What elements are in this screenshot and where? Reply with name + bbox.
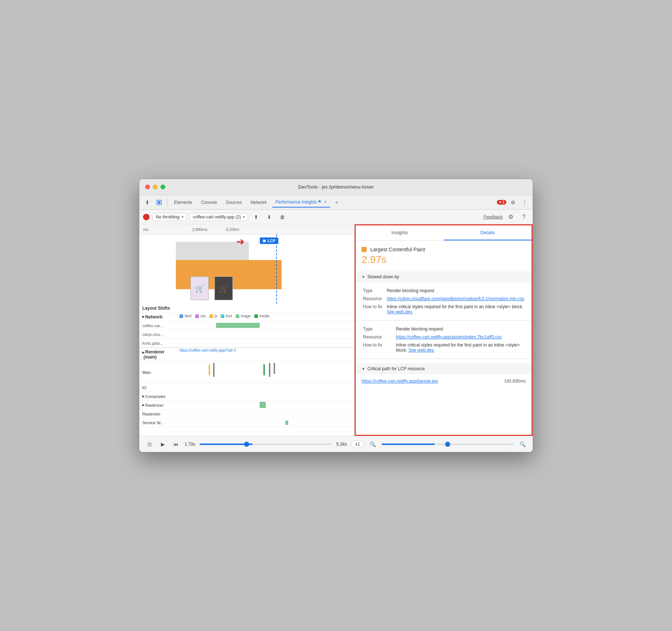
thumbnail-2: 🛒 bbox=[215, 276, 233, 300]
more-options-icon[interactable]: ⋮ bbox=[520, 197, 530, 208]
panel-settings-icon[interactable]: ⚙ bbox=[506, 212, 516, 222]
skip-start-icon[interactable]: ⏮ bbox=[171, 440, 180, 449]
close-button[interactable] bbox=[145, 185, 150, 189]
resource-link-1[interactable]: https://cdnjs.cloudflare.com/ajax/libs/n… bbox=[387, 296, 524, 301]
throttling-dropdown[interactable]: No throttling ▾ bbox=[152, 213, 187, 221]
howtofix-row-1: How to fix Inline critical styles requir… bbox=[362, 303, 526, 316]
tab-insights-panel[interactable]: Insights bbox=[356, 225, 444, 240]
type-label-2: Type bbox=[362, 325, 394, 333]
zoom-out-icon[interactable]: 🔍 bbox=[368, 440, 377, 449]
tab-elements[interactable]: Elements bbox=[170, 198, 196, 207]
tab-network[interactable]: Network bbox=[247, 198, 270, 207]
help-icon[interactable]: ? bbox=[519, 212, 529, 222]
resource-link-2[interactable]: https://coffee-cart.netlify.app/assets/i… bbox=[396, 334, 502, 340]
howtofix-value-2: Inline critical styles required for the … bbox=[394, 341, 526, 354]
rasterizer-bar bbox=[260, 402, 266, 408]
tab-close-icon[interactable]: ✕ bbox=[324, 200, 327, 204]
zoom-in-icon[interactable]: 🔍 bbox=[518, 440, 527, 449]
see-webdev-link-2[interactable]: See web.dev. bbox=[409, 348, 435, 353]
renderer-label: ▶Renderer (main) bbox=[139, 348, 179, 361]
legend-js: js bbox=[209, 314, 217, 318]
critical-path-link[interactable]: https://coffee-cart.netlify.app/banner.j… bbox=[362, 379, 438, 384]
main-row: Main bbox=[139, 361, 354, 383]
type-row-2: Type Render blocking request bbox=[362, 325, 526, 333]
feedback-button[interactable]: Feedback bbox=[483, 214, 503, 220]
record-button[interactable] bbox=[143, 214, 150, 220]
legend-css: css bbox=[195, 314, 206, 318]
info-table-2: Type Render blocking request Resource ht… bbox=[362, 325, 526, 354]
tab-bar: ⬆ Elements Console Sources Network Perfo… bbox=[139, 195, 533, 210]
legend-html: html bbox=[179, 314, 192, 318]
lcp-badge[interactable]: LCP bbox=[260, 237, 278, 244]
resource-row-1: Resource https://cdnjs.cloudflare.com/aj… bbox=[362, 295, 526, 303]
settings-icon[interactable]: ⚙ bbox=[508, 197, 518, 208]
rasterizer-2-label: Rasterizer bbox=[139, 410, 179, 418]
dropdown-arrow-icon: ▾ bbox=[243, 215, 245, 219]
delete-icon[interactable]: 🗑 bbox=[277, 212, 287, 222]
rasterizer-1-label: ▶Rasterizer bbox=[139, 401, 179, 409]
main-content bbox=[179, 361, 354, 383]
legend-media: media bbox=[254, 314, 269, 318]
separator bbox=[167, 199, 167, 206]
zoom-slider[interactable] bbox=[382, 444, 514, 445]
tab-performance-insights[interactable]: Performance insights ⚑ ✕ bbox=[272, 197, 331, 208]
tab-console[interactable]: Console bbox=[197, 198, 221, 207]
compositor-label: ▶Compositor bbox=[139, 392, 179, 400]
net-row-2-label: cdnjs.clou... bbox=[139, 330, 179, 338]
net-row-2-content bbox=[179, 330, 354, 338]
lcp-header: Largest Contentful Paint bbox=[362, 247, 526, 252]
howtofix-label-1: How to fix bbox=[362, 303, 385, 316]
subtoolbar: No throttling ▾ coffee-cart.netlify.app … bbox=[139, 210, 533, 224]
traffic-lights bbox=[145, 185, 165, 189]
net-row-1-label: coffee-car... bbox=[139, 321, 179, 330]
resource-row-2: Resource https://coffee-cart.netlify.app… bbox=[362, 333, 526, 341]
network-row-3: fonts.gsta... bbox=[139, 339, 354, 348]
critical-path-time: 145.695ms bbox=[504, 379, 526, 384]
error-badge[interactable]: ✕ 1 bbox=[497, 200, 506, 205]
compositor-row: ▶Compositor bbox=[139, 392, 354, 401]
maximize-button[interactable] bbox=[161, 185, 165, 189]
see-webdev-link-1[interactable]: See web.dev. bbox=[387, 309, 413, 314]
net-row-3-label: fonts.gsta... bbox=[139, 339, 179, 347]
inspect-icon[interactable] bbox=[154, 197, 164, 208]
download-icon[interactable]: ⬇ bbox=[264, 212, 274, 222]
title-bar: DevTools - jec.fyi/demo/menu-hover bbox=[139, 179, 533, 195]
thumbnail-area: 🛒 🛒 bbox=[190, 276, 233, 300]
minimize-button[interactable] bbox=[153, 185, 158, 189]
tab-sources[interactable]: Sources bbox=[222, 198, 246, 207]
timeline-header: ms 2,880ms 3,200m bbox=[139, 224, 354, 235]
chevron-down-icon-2: ▼ bbox=[362, 367, 365, 371]
network-legend-area: html css js font bbox=[179, 313, 354, 321]
renderer-link-area[interactable]: https://coffee-cart.netlify.app/?ad=1 bbox=[179, 348, 354, 361]
info-table-1: Type Render blocking request Resource ht… bbox=[362, 287, 526, 316]
network-label: ▶ Network bbox=[139, 313, 179, 321]
rasterizer-2-content bbox=[179, 410, 354, 418]
dropdown-arrow-icon: ▾ bbox=[182, 215, 184, 219]
window-title: DevTools - jec.fyi/demo/menu-hover bbox=[298, 184, 374, 190]
resource-label-2: Resource bbox=[362, 333, 394, 341]
howtofix-value-1: Inline critical styles required for the … bbox=[385, 303, 526, 316]
end-time: 5.34s bbox=[336, 442, 347, 447]
renderer-link[interactable]: https://coffee-cart.netlify.app/?ad=1 bbox=[179, 348, 236, 352]
session-dropdown[interactable]: coffee-cart.netlify.app (2) ▾ bbox=[190, 213, 248, 221]
rasterizer-1-content bbox=[179, 401, 354, 409]
screenshot-icon[interactable]: ⊡ bbox=[145, 440, 154, 449]
slowed-section-header[interactable]: ▼ Slowed down by bbox=[356, 271, 532, 282]
play-icon[interactable]: ▶ bbox=[158, 440, 167, 449]
tab-more[interactable]: » bbox=[332, 198, 342, 207]
main-label: Main bbox=[139, 361, 179, 383]
left-panel: ms 2,880ms 3,200m ➜ LCP 🛒 🛒 bbox=[139, 224, 355, 436]
bottom-bar: ⊡ ▶ ⏮ 1.70s 5.34s x1 🔍 🔍 bbox=[139, 436, 533, 452]
io-content bbox=[179, 383, 354, 392]
arrow-indicator: ➜ bbox=[236, 237, 244, 247]
type-row-1: Type Render blocking request bbox=[362, 287, 526, 295]
layout-shifts-label: Layout Shifts bbox=[139, 304, 179, 312]
legend-image: image bbox=[236, 314, 251, 318]
tab-details-panel[interactable]: Details bbox=[444, 225, 532, 240]
critical-path-header[interactable]: ▼ Critical path for LCP resource bbox=[356, 363, 532, 374]
playback-slider[interactable] bbox=[200, 444, 332, 445]
cursor-icon[interactable]: ⬆ bbox=[142, 197, 152, 208]
upload-icon[interactable]: ⬆ bbox=[251, 212, 261, 222]
bar-yellow-1 bbox=[209, 364, 210, 375]
critical-path-row: https://coffee-cart.netlify.app/banner.j… bbox=[362, 379, 526, 384]
